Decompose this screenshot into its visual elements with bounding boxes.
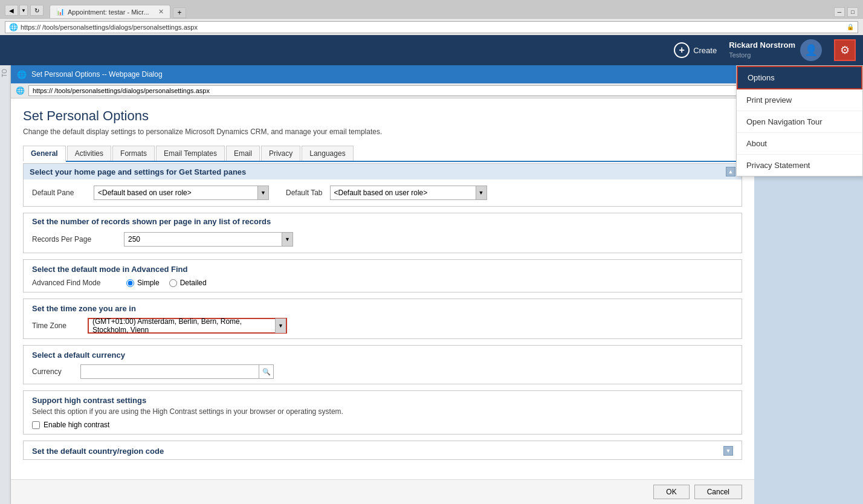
user-area: Rickard Norstrom Testorg 👤	[729, 39, 822, 61]
ok-button[interactable]: OK	[653, 485, 689, 499]
records-per-page-value: 250	[124, 235, 282, 244]
currency-lookup-button[interactable]: 🔍	[259, 364, 274, 379]
radio-simple-input[interactable]	[126, 279, 134, 287]
section-advanced-find: Select the default mode in Advanced Find…	[23, 259, 742, 292]
high-contrast-checkbox[interactable]	[32, 421, 40, 429]
tab-privacy[interactable]: Privacy	[261, 146, 300, 161]
tab-formats[interactable]: Formats	[112, 146, 155, 161]
user-name: Rickard Norstrom	[729, 40, 795, 51]
section-hc-subtitle: Select this option if you are using the …	[32, 407, 733, 416]
tab-list: General Activities Formats Email Templat…	[23, 146, 742, 162]
section-records-title: Set the number of records shown per page…	[32, 217, 271, 226]
default-pane-arrow[interactable]: ▼	[257, 186, 268, 199]
section-hc-title: Support high contrast settings	[32, 396, 733, 405]
section-tz-title: Set the time zone you are in	[32, 304, 733, 313]
radio-detailed[interactable]: Detailed	[169, 279, 207, 287]
dialog-address-text: https:// /tools/personalsettings/dialogs…	[33, 87, 735, 94]
tab-activities[interactable]: Activities	[67, 146, 111, 161]
refresh-button[interactable]: ↻	[30, 5, 44, 16]
cancel-button[interactable]: Cancel	[694, 485, 742, 499]
dropdown-arrow-button[interactable]: ▼	[19, 5, 28, 16]
sidebar-label: TO	[0, 65, 9, 81]
dialog-title: Set Personal Options -- Webpage Dialog	[31, 70, 163, 79]
page-subtitle: Change the default display settings to p…	[23, 128, 382, 136]
section-country: Set the default country/region code ▼	[23, 441, 742, 460]
high-contrast-checkbox-label[interactable]: Enable high contrast	[32, 421, 733, 429]
user-org: Testorg	[729, 51, 795, 59]
section-records-header: Set the number of records shown per page…	[24, 213, 742, 230]
homepage-field-row: Default Pane <Default based on user role…	[32, 186, 733, 200]
menu-item-options[interactable]: Options	[737, 66, 862, 89]
tab-close-icon[interactable]: ✕	[158, 8, 164, 16]
section-homepage: Select your home page and settings for G…	[23, 163, 742, 207]
dialog-footer: OK Cancel	[11, 479, 754, 504]
timezone-label: Time Zone	[32, 321, 80, 330]
default-tab-arrow[interactable]: ▼	[476, 186, 486, 199]
menu-item-print-preview[interactable]: Print preview	[737, 89, 862, 111]
default-tab-label: Default Tab	[286, 189, 323, 197]
section-high-contrast: Support high contrast settings Select th…	[23, 390, 742, 435]
timezone-arrow[interactable]: ▼	[275, 318, 286, 333]
dialog-ie-logo: 🌐	[16, 86, 25, 95]
dialog-address-field[interactable]: https:// /tools/personalsettings/dialogs…	[28, 85, 749, 96]
dropdown-menu: Options Print preview Open Navigation To…	[736, 65, 863, 176]
section-currency-title: Select a default currency	[32, 351, 733, 360]
radio-simple[interactable]: Simple	[126, 279, 160, 287]
section-homepage-body: Default Pane <Default based on user role…	[24, 179, 742, 206]
radio-detailed-input[interactable]	[169, 279, 177, 287]
user-avatar[interactable]: 👤	[800, 39, 822, 61]
dialog-content: Set Personal Options Change the default …	[11, 99, 754, 479]
default-pane-value: <Default based on user role>	[94, 189, 257, 197]
address-text: https:// /tools/personalsettings/dialogs…	[21, 24, 844, 31]
restore-button[interactable]: □	[847, 7, 858, 17]
crm-header: + Create Rickard Norstrom Testorg 👤 ⚙ Op…	[0, 35, 863, 65]
gear-button[interactable]: ⚙	[834, 39, 856, 61]
tab-favicon: 📊	[56, 8, 65, 16]
menu-item-about[interactable]: About	[737, 133, 862, 155]
ie-logo-icon: 🌐	[9, 23, 18, 31]
tab-languages[interactable]: Languages	[302, 146, 353, 161]
section-currency: Select a default currency Currency 🔍	[23, 345, 742, 384]
page-title: Set Personal Options	[23, 108, 382, 124]
currency-label: Currency	[32, 367, 80, 376]
advanced-find-row: Advanced Find Mode Simple Detailed	[32, 279, 733, 287]
minimize-button[interactable]: ─	[834, 7, 845, 17]
browser-chrome: ◀ ▼ ↻ 📊 Appointment: testar - Micr... ✕ …	[0, 0, 863, 35]
section-records-body: Records Per Page 250 ▼	[24, 230, 742, 253]
default-pane-select[interactable]: <Default based on user role> ▼	[94, 186, 269, 200]
dialog-address-bar: 🌐 https:// /tools/personalsettings/dialo…	[11, 83, 754, 99]
tab-email-templates[interactable]: Email Templates	[156, 146, 225, 161]
sidebar-strip: TO	[0, 65, 11, 504]
timezone-value: (GMT+01:00) Amsterdam, Berlin, Bern, Rom…	[89, 317, 275, 334]
records-arrow[interactable]: ▼	[282, 233, 293, 246]
address-bar[interactable]: 🌐 https:// /tools/personalsettings/dialo…	[5, 21, 858, 33]
timezone-select[interactable]: (GMT+01:00) Amsterdam, Berlin, Bern, Rom…	[88, 318, 287, 334]
default-tab-select[interactable]: <Default based on user role> ▼	[330, 186, 487, 200]
menu-item-privacy[interactable]: Privacy Statement	[737, 155, 862, 176]
back-button[interactable]: ◀	[5, 5, 18, 16]
menu-item-nav-tour[interactable]: Open Navigation Tour	[737, 111, 862, 133]
records-per-page-label: Records Per Page	[32, 235, 117, 244]
tab-email[interactable]: Email	[226, 146, 260, 161]
create-label: Create	[693, 46, 717, 55]
section-country-header: Set the default country/region code ▼	[32, 446, 733, 456]
timezone-row: Time Zone (GMT+01:00) Amsterdam, Berlin,…	[32, 318, 733, 334]
browser-tab[interactable]: 📊 Appointment: testar - Micr... ✕	[50, 5, 170, 18]
radio-group: Simple Detailed	[126, 279, 207, 287]
new-tab-button[interactable]: +	[173, 7, 186, 18]
section-collapse-button[interactable]: ▲	[726, 167, 735, 176]
tab-bar: ◀ ▼ ↻ 📊 Appointment: testar - Micr... ✕ …	[0, 0, 863, 18]
tab-title: Appointment: testar - Micr...	[68, 8, 149, 16]
section-af-title: Select the default mode in Advanced Find	[32, 265, 733, 274]
dialog-ie-icon: 🌐	[17, 70, 27, 79]
currency-input[interactable]	[80, 364, 259, 379]
records-per-page-select[interactable]: 250 ▼	[124, 232, 293, 247]
default-pane-label: Default Pane	[32, 189, 86, 197]
section-homepage-title: Select your home page and settings for G…	[30, 167, 246, 176]
dialog-window: 🌐 Set Personal Options -- Webpage Dialog…	[11, 65, 754, 504]
lock-icon: 🔒	[847, 24, 854, 30]
create-button[interactable]: + Create	[674, 42, 717, 58]
plus-circle-icon: +	[674, 42, 690, 58]
tab-general[interactable]: General	[23, 146, 66, 162]
section-country-expand[interactable]: ▼	[723, 446, 733, 456]
